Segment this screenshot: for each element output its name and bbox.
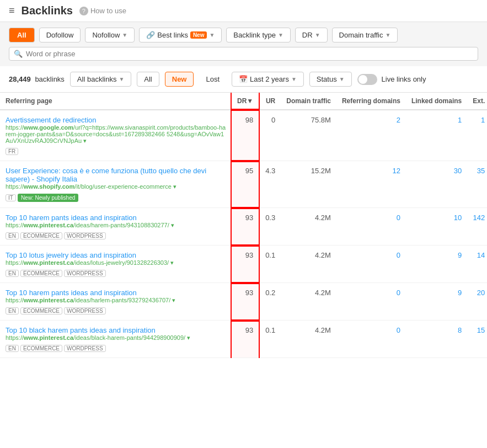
best-links-filter-button[interactable]: 🔗 Best links New ▼	[139, 28, 222, 42]
how-to-use-label: How to use	[90, 7, 126, 15]
ref-page-title[interactable]: Avertissement de redirection	[6, 116, 226, 124]
live-links-toggle[interactable]	[357, 74, 377, 85]
linked-domains-cell: 8	[406, 321, 467, 358]
domain-traffic-cell: 4.2M	[281, 208, 336, 246]
ref-page-title[interactable]: Top 10 black harem pants ideas and inspi…	[6, 326, 226, 334]
category-tag: ECOMMERCE	[20, 307, 62, 314]
ref-page-tags: ENECOMMERCEWORDPRESS	[6, 306, 226, 314]
ur-cell: 0	[259, 110, 281, 161]
live-links-toggle-wrap: Live links only	[357, 74, 426, 85]
all-filter-button[interactable]: All	[9, 28, 35, 42]
ur-cell: 4.3	[259, 161, 281, 208]
ref-page-tags: FR	[6, 146, 226, 155]
category-tag: WORDPRESS	[64, 345, 106, 352]
table-row: Top 10 harem pants ideas and inspiration…	[0, 283, 487, 321]
lang-tag: EN	[6, 345, 19, 352]
ref-page-tags: ENECOMMERCEWORDPRESS	[6, 231, 226, 239]
ur-cell: 0.3	[259, 208, 281, 246]
date-filter-button[interactable]: 📅 Last 2 years ▼	[232, 72, 304, 87]
ext-cell: 14	[467, 246, 487, 283]
ref-page-url[interactable]: https://www.pinterest.ca/ideas/black-har…	[6, 334, 226, 342]
lang-tag: FR	[6, 148, 18, 155]
category-tag: ECOMMERCE	[20, 270, 62, 277]
filter-bar: All Dofollow Nofollow ▼ 🔗 Best links New…	[0, 22, 487, 66]
referring-domains-cell: 2	[336, 110, 406, 161]
category-tag: ECOMMERCE	[20, 232, 62, 239]
dr-cell: 93	[232, 246, 259, 283]
lang-tag: EN	[6, 270, 19, 277]
dr-filter-button[interactable]: DR ▼	[295, 28, 328, 42]
referring-domains-cell: 0	[336, 208, 406, 246]
dr-cell: 93	[232, 283, 259, 321]
backlinks-table-container: Referring page DR▼ UR Domain traffic Ref…	[0, 93, 487, 358]
linked-domains-cell: 9	[406, 246, 467, 283]
ref-page-title[interactable]: Top 10 harem pants ideas and inspiration	[6, 289, 226, 297]
app-title: Backlinks	[22, 4, 73, 17]
ref-page-url[interactable]: https://www.pinterest.ca/ideas/harlem-pa…	[6, 297, 226, 304]
help-badge[interactable]: ? How to use	[79, 7, 126, 15]
ref-page-url[interactable]: https://www.pinterest.ca/ideas/harem-pan…	[6, 222, 226, 229]
chevron-down-icon: ▼	[291, 76, 297, 82]
toggle-knob	[358, 75, 367, 84]
ur-cell: 0.1	[259, 321, 281, 358]
search-input[interactable]	[26, 50, 473, 58]
table-row: Top 10 black harem pants ideas and inspi…	[0, 321, 487, 358]
sub-all-button[interactable]: All	[137, 72, 159, 87]
referring-page-cell: Top 10 black harem pants ideas and inspi…	[0, 321, 232, 358]
ref-page-title[interactable]: Top 10 harem pants ideas and inspiration	[6, 214, 226, 222]
linked-domains-cell: 10	[406, 208, 467, 246]
domain-traffic-cell: 4.2M	[281, 321, 336, 358]
ref-page-url[interactable]: https://www.pinterest.ca/ideas/lotus-jew…	[6, 259, 226, 266]
ext-cell: 15	[467, 321, 487, 358]
domain-traffic-cell: 75.8M	[281, 110, 336, 161]
referring-domains-cell: 12	[336, 161, 406, 208]
link-icon: 🔗	[146, 31, 155, 39]
domain-traffic-filter-button[interactable]: Domain traffic ▼	[332, 28, 398, 42]
backlink-type-filter-button[interactable]: Backlink type ▼	[226, 28, 291, 42]
ext-cell: 20	[467, 283, 487, 321]
help-icon: ?	[79, 7, 88, 15]
ext-cell: 142	[467, 208, 487, 246]
col-header-ext: Ext.	[467, 93, 487, 110]
ur-cell: 0.2	[259, 283, 281, 321]
ref-page-title[interactable]: User Experience: cosa è e come funziona …	[6, 167, 226, 183]
col-header-domain-traffic: Domain traffic	[281, 93, 336, 110]
chevron-down-icon: ▼	[386, 32, 391, 38]
dr-cell: 98	[232, 110, 259, 161]
dr-cell: 93	[232, 208, 259, 246]
ref-page-title[interactable]: Top 10 lotus jewelry ideas and inspirati…	[6, 251, 226, 259]
table-header-row: Referring page DR▼ UR Domain traffic Ref…	[0, 93, 487, 110]
referring-page-cell: Top 10 lotus jewelry ideas and inspirati…	[0, 246, 232, 283]
referring-page-cell: Top 10 harem pants ideas and inspiration…	[0, 283, 232, 321]
col-header-dr[interactable]: DR▼	[232, 93, 259, 110]
col-header-referring-page: Referring page	[0, 93, 232, 110]
ur-cell: 0.1	[259, 246, 281, 283]
backlinks-table: Referring page DR▼ UR Domain traffic Ref…	[0, 93, 487, 358]
chevron-down-icon: ▼	[339, 76, 345, 82]
dr-cell: 93	[232, 321, 259, 358]
status-filter-button[interactable]: Status ▼	[309, 72, 352, 87]
table-row: Avertissement de redirectionhttps://www.…	[0, 110, 487, 161]
ref-page-tags: ITNew: Newly published	[6, 192, 226, 202]
category-tag: WORDPRESS	[64, 232, 106, 239]
chevron-down-icon: ▼	[315, 32, 320, 38]
dofollow-filter-button[interactable]: Dofollow	[39, 28, 81, 42]
chevron-down-icon: ▼	[209, 32, 215, 38]
chevron-down-icon: ▼	[278, 32, 283, 38]
sub-lost-button[interactable]: Lost	[199, 72, 226, 86]
hamburger-icon[interactable]: ≡	[9, 5, 15, 17]
ref-page-url[interactable]: https://www.google.com/url?q=https://www…	[6, 124, 226, 145]
ref-page-url[interactable]: https://www.shopify.com/it/blog/user-exp…	[6, 183, 226, 190]
new-badge: New	[190, 31, 207, 39]
referring-page-cell: User Experience: cosa è e come funziona …	[0, 161, 232, 208]
linked-domains-cell: 30	[406, 161, 467, 208]
sub-new-button[interactable]: New	[165, 72, 194, 87]
all-backlinks-button[interactable]: All backlinks ▼	[70, 72, 131, 87]
linked-domains-cell: 9	[406, 283, 467, 321]
search-box: 🔍	[9, 47, 478, 61]
domain-traffic-cell: 15.2M	[281, 161, 336, 208]
table-row: Top 10 harem pants ideas and inspiration…	[0, 208, 487, 246]
referring-domains-cell: 0	[336, 246, 406, 283]
calendar-icon: 📅	[239, 75, 248, 83]
nofollow-filter-button[interactable]: Nofollow ▼	[85, 28, 135, 42]
